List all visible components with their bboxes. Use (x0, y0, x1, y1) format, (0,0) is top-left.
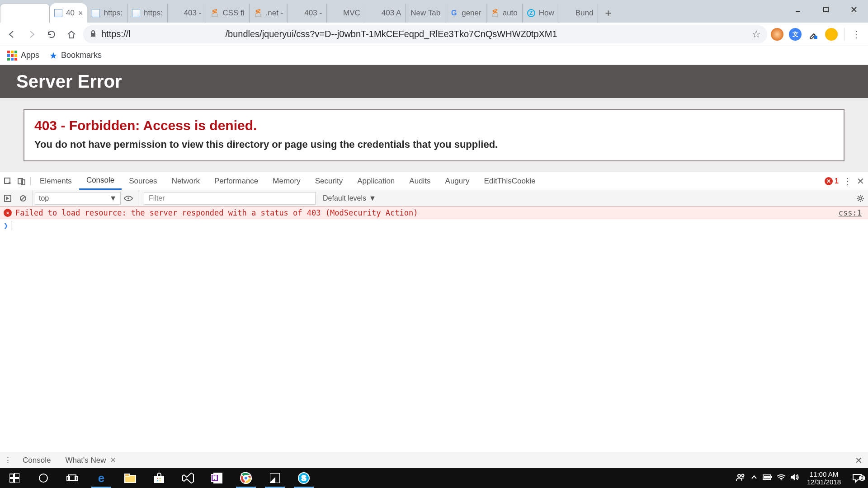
taskbar-store[interactable] (145, 468, 174, 488)
apps-shortcut[interactable]: Apps (7, 51, 39, 61)
tray-chevron-up-icon[interactable] (747, 474, 761, 482)
drawer-tab-console[interactable]: Console (15, 452, 58, 468)
browser-tab[interactable]: auto (486, 4, 523, 23)
back-button[interactable] (4, 26, 20, 42)
window-close-button[interactable] (840, 0, 868, 19)
console-prompt[interactable]: ❯ (0, 219, 868, 232)
devtools-tab[interactable]: Network (165, 172, 207, 190)
cortana-button[interactable] (29, 468, 58, 488)
live-expression-icon[interactable] (121, 195, 136, 202)
taskbar-chrome[interactable] (231, 468, 260, 488)
drawer-close-button[interactable]: ✕ (849, 455, 868, 466)
drawer-tab-whats-new[interactable]: What's New✕ (58, 452, 123, 468)
clear-console-icon[interactable] (15, 195, 31, 202)
browser-tab[interactable]: https: (87, 4, 127, 23)
bookmarks-shortcut[interactable]: ★ Bookmarks (49, 50, 102, 61)
svg-point-14 (859, 197, 862, 200)
browser-tab[interactable]: New Tab (406, 4, 445, 23)
people-icon[interactable] (734, 473, 747, 483)
browser-tab[interactable]: MVC (327, 4, 365, 23)
tab-label: .net - (266, 9, 283, 18)
tab-label: 403 A (382, 9, 401, 18)
browser-tab[interactable]: 403 A (365, 4, 406, 23)
browser-tab[interactable]: .net - (250, 4, 288, 23)
browser-tab[interactable]: Bund (559, 4, 599, 23)
clock-date: 12/31/2018 (807, 478, 841, 486)
home-button[interactable] (63, 26, 80, 42)
devtools-tab[interactable]: Elements (33, 172, 79, 190)
console-body[interactable]: ✕ Failed to load resource: the server re… (0, 206, 868, 468)
windows-taskbar: e N S 11:00 AM 12/31/2018 2 (0, 468, 868, 488)
browser-menu-button[interactable]: ⋮ (848, 29, 864, 40)
close-icon[interactable]: × (78, 9, 83, 18)
reload-button[interactable] (43, 26, 60, 42)
browser-tab[interactable]: CSS fi (206, 4, 249, 23)
devtools-tab[interactable]: Performance (207, 172, 265, 190)
browser-tab[interactable]: Ggener (445, 4, 486, 23)
devtools-tab[interactable]: Audits (402, 172, 438, 190)
battery-icon[interactable] (761, 474, 774, 482)
extension-icon[interactable] (825, 28, 838, 41)
task-view-button[interactable] (58, 468, 87, 488)
browser-tab[interactable]: 403 - (288, 4, 327, 23)
devtools-tab[interactable]: Console (79, 172, 122, 190)
log-levels-selector[interactable]: Default levels▼ (319, 194, 380, 202)
inspect-element-icon[interactable] (0, 177, 15, 185)
taskbar-app[interactable] (260, 468, 289, 488)
taskbar-clock[interactable]: 11:00 AM 12/31/2018 (802, 470, 846, 486)
window-maximize-button[interactable] (812, 0, 840, 19)
log-levels-label: Default levels (323, 194, 366, 202)
filter-placeholder: Filter (149, 194, 165, 202)
devtools-tab[interactable]: Security (308, 172, 350, 190)
start-button[interactable] (0, 468, 29, 488)
error-count-badge[interactable]: ✕1 (825, 177, 839, 185)
taskbar-edge[interactable]: e (87, 468, 116, 488)
filter-input[interactable]: Filter (144, 192, 316, 205)
favicon-icon: Z (527, 9, 535, 17)
browser-tab[interactable]: 40× (50, 4, 87, 23)
browser-tabstrip: 40×https:https:403 -CSS fi.net -403 -MVC… (0, 0, 868, 23)
error-source-link[interactable]: css:1 (839, 208, 864, 217)
volume-icon[interactable] (788, 473, 802, 483)
taskbar-onenote[interactable]: N (203, 468, 231, 488)
taskbar-skype[interactable]: S (289, 468, 318, 488)
action-center-button[interactable]: 2 (846, 474, 868, 483)
device-toolbar-icon[interactable] (15, 177, 31, 185)
extension-icon[interactable] (771, 28, 783, 41)
svg-rect-43 (771, 476, 772, 478)
taskbar-visualstudio[interactable] (174, 468, 203, 488)
translate-extension-icon[interactable]: 文 (789, 28, 802, 41)
new-tab-button[interactable]: + (598, 4, 618, 23)
window-minimize-button[interactable] (784, 0, 812, 19)
wifi-icon[interactable] (774, 474, 788, 483)
devtools-tab[interactable]: Sources (122, 172, 164, 190)
browser-tab[interactable] (0, 4, 50, 23)
address-bar[interactable]: https://l /bundles/jqueryui/css?v=D--j0w… (83, 25, 767, 43)
svg-text:N: N (213, 475, 217, 481)
devtools-menu-button[interactable]: ⋮ (843, 176, 852, 187)
svg-line-12 (21, 197, 25, 200)
bookmark-star-icon[interactable]: ☆ (752, 28, 761, 40)
favicon-microsoft-icon (564, 9, 572, 17)
devtools-tab[interactable]: EditThisCookie (476, 172, 542, 190)
forward-button[interactable] (24, 26, 40, 42)
devtools-tab[interactable]: Application (350, 172, 402, 190)
console-error-row[interactable]: ✕ Failed to load resource: the server re… (0, 206, 868, 219)
bookmarks-label: Bookmarks (61, 51, 102, 60)
devtools-close-button[interactable]: ✕ (857, 176, 864, 187)
drawer-menu-button[interactable]: ⋮ (0, 455, 15, 465)
taskbar-explorer[interactable] (116, 468, 145, 488)
lock-icon (90, 30, 97, 39)
svg-point-45 (781, 479, 782, 480)
devtools-tab[interactable]: Memory (265, 172, 307, 190)
eyedropper-extension-icon[interactable] (807, 28, 820, 41)
devtools-tab[interactable]: Augury (438, 172, 477, 190)
context-selector[interactable]: top▼ (35, 192, 121, 205)
svg-rect-17 (9, 479, 14, 482)
console-sidebar-toggle-icon[interactable] (0, 195, 15, 202)
close-icon[interactable]: ✕ (110, 455, 116, 465)
browser-tab[interactable]: https: (127, 4, 168, 23)
console-settings-icon[interactable] (853, 194, 868, 202)
browser-tab[interactable]: ZHow (523, 4, 559, 23)
browser-tab[interactable]: 403 - (168, 4, 207, 23)
